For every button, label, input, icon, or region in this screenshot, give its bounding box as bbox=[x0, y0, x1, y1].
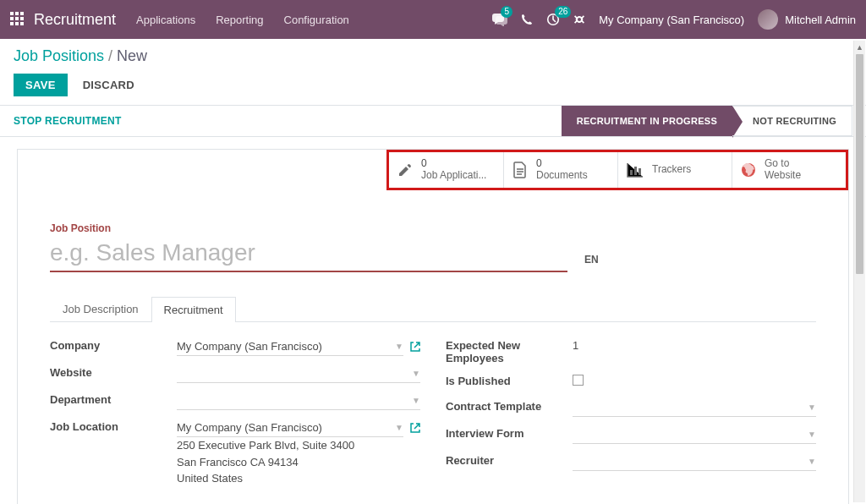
breadcrumb: Job Positions / New bbox=[14, 47, 852, 65]
phone-icon[interactable] bbox=[521, 14, 533, 25]
document-icon bbox=[512, 162, 528, 178]
expected-value[interactable]: 1 bbox=[573, 337, 816, 352]
nav-systray: 5 26 My Company (San Francisco) Mitchell… bbox=[492, 9, 856, 30]
stat-website[interactable]: Go to Website bbox=[732, 152, 846, 188]
interview-select[interactable]: ▼ bbox=[573, 425, 816, 444]
label-published: Is Published bbox=[446, 373, 573, 387]
chevron-down-icon: ▼ bbox=[808, 403, 816, 412]
messaging-badge: 5 bbox=[501, 6, 512, 18]
scrollbar[interactable]: ▲ bbox=[853, 41, 865, 502]
discard-button[interactable]: DISCARD bbox=[83, 79, 134, 91]
job-position-label: Job Position bbox=[50, 222, 816, 234]
contract-select[interactable]: ▼ bbox=[573, 398, 816, 417]
pencil-icon bbox=[397, 162, 413, 178]
lang-badge[interactable]: EN bbox=[584, 254, 599, 266]
top-nav: Recruitment Applications Reporting Confi… bbox=[0, 0, 866, 39]
status-pills: RECRUITMENT IN PROGRESS NOT RECRUITING bbox=[562, 106, 852, 136]
stop-recruitment-button[interactable]: STOP RECRUITMENT bbox=[14, 115, 122, 127]
chevron-down-icon: ▼ bbox=[808, 430, 816, 439]
status-not-recruiting[interactable]: NOT RECRUITING bbox=[732, 106, 852, 136]
stat-button-box: 0 Job Applicati... 0 Documents bbox=[386, 150, 848, 190]
svg-rect-2 bbox=[634, 167, 637, 175]
nav-links: Applications Reporting Configuration bbox=[136, 14, 349, 26]
published-checkbox[interactable] bbox=[573, 375, 584, 386]
nav-link-configuration[interactable]: Configuration bbox=[284, 14, 349, 26]
department-select[interactable]: ▼ bbox=[177, 392, 420, 410]
chevron-down-icon: ▼ bbox=[395, 342, 403, 351]
user-name: Mitchell Admin bbox=[785, 14, 856, 26]
breadcrumb-parent[interactable]: Job Positions bbox=[14, 47, 104, 64]
website-select[interactable]: ▼ bbox=[177, 364, 420, 383]
stat-trackers[interactable]: Trackers bbox=[617, 152, 732, 188]
scroll-up-icon[interactable]: ▲ bbox=[854, 41, 865, 54]
label-contract: Contract Template bbox=[446, 398, 573, 413]
company-switcher[interactable]: My Company (San Francisco) bbox=[599, 14, 744, 26]
status-bar: STOP RECRUITMENT RECRUITMENT IN PROGRESS… bbox=[0, 105, 866, 137]
activities-icon[interactable]: 26 bbox=[546, 13, 560, 26]
bar-chart-icon bbox=[627, 162, 644, 178]
job-location-select[interactable]: My Company (San Francisco)▼ bbox=[177, 419, 403, 437]
job-position-input[interactable] bbox=[50, 238, 567, 272]
scroll-thumb[interactable] bbox=[856, 54, 863, 274]
svg-rect-3 bbox=[639, 168, 641, 175]
breadcrumb-current: New bbox=[117, 47, 147, 64]
stat-documents[interactable]: 0 Documents bbox=[503, 152, 617, 188]
control-panel: Job Positions / New SAVE DISCARD bbox=[0, 39, 866, 96]
chevron-down-icon: ▼ bbox=[412, 396, 420, 405]
status-in-progress[interactable]: RECRUITMENT IN PROGRESS bbox=[562, 106, 732, 136]
recruitment-form: Company My Company (San Francisco)▼ Webs… bbox=[18, 322, 848, 504]
label-recruiter: Recruiter bbox=[446, 452, 573, 467]
tab-job-description[interactable]: Job Description bbox=[50, 296, 151, 321]
activities-badge: 26 bbox=[555, 6, 571, 18]
user-menu[interactable]: Mitchell Admin bbox=[758, 9, 856, 30]
messaging-icon[interactable]: 5 bbox=[492, 13, 507, 26]
form-sheet: 0 Job Applicati... 0 Documents bbox=[17, 149, 849, 504]
job-location-address: 250 Executive Park Blvd, Suite 3400 San … bbox=[177, 437, 420, 487]
label-interview: Interview Form bbox=[446, 425, 573, 440]
label-job-location: Job Location bbox=[50, 419, 177, 433]
label-expected: Expected New Employees bbox=[446, 337, 573, 364]
company-select[interactable]: My Company (San Francisco)▼ bbox=[177, 337, 403, 356]
apps-icon[interactable] bbox=[10, 12, 25, 27]
stat-applications[interactable]: 0 Job Applicati... bbox=[389, 152, 503, 188]
app-brand[interactable]: Recruitment bbox=[34, 11, 116, 29]
save-button[interactable]: SAVE bbox=[14, 74, 68, 96]
chevron-down-icon: ▼ bbox=[808, 457, 816, 466]
debug-icon[interactable] bbox=[573, 14, 585, 25]
notebook-tabs: Job Description Recruitment bbox=[50, 296, 816, 322]
chevron-down-icon: ▼ bbox=[412, 369, 420, 378]
avatar bbox=[758, 9, 778, 30]
label-website: Website bbox=[50, 364, 177, 379]
tab-recruitment[interactable]: Recruitment bbox=[151, 297, 236, 322]
external-link-icon[interactable] bbox=[410, 423, 420, 433]
label-company: Company bbox=[50, 337, 177, 352]
label-department: Department bbox=[50, 392, 177, 406]
svg-rect-1 bbox=[630, 170, 633, 175]
external-link-icon[interactable] bbox=[410, 342, 420, 352]
chevron-down-icon: ▼ bbox=[395, 423, 403, 432]
globe-icon bbox=[741, 162, 756, 178]
nav-link-reporting[interactable]: Reporting bbox=[216, 14, 263, 26]
recruiter-select[interactable]: ▼ bbox=[573, 452, 816, 471]
nav-link-applications[interactable]: Applications bbox=[136, 14, 195, 26]
